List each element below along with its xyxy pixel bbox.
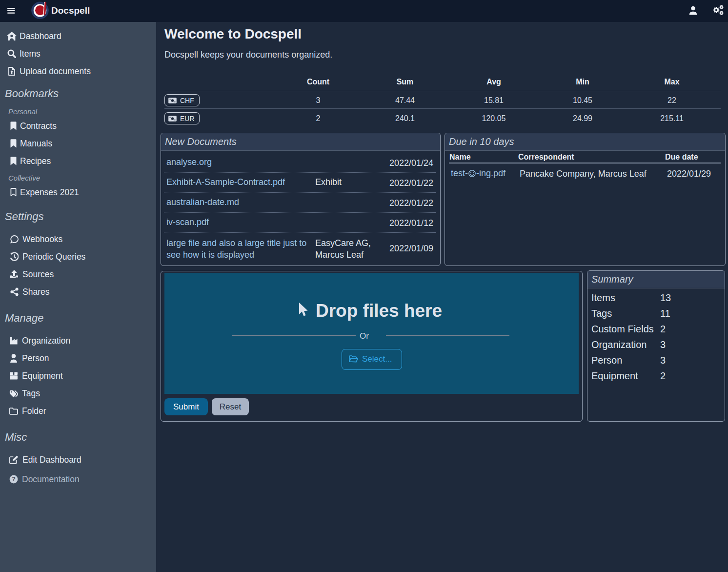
svg-text:?: ? [12,476,16,483]
